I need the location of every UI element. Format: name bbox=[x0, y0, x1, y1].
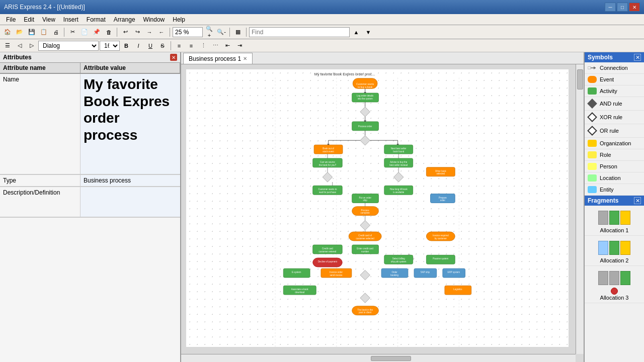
save-as-button[interactable]: 📋 bbox=[38, 27, 49, 38]
svg-text:book found: book found bbox=[393, 150, 405, 153]
symbol-person[interactable]: Person bbox=[585, 161, 644, 172]
fragments-close-button[interactable]: ✕ bbox=[634, 197, 641, 204]
find-input[interactable] bbox=[249, 27, 350, 37]
copy-button[interactable]: 📄 bbox=[79, 27, 90, 38]
open-button[interactable]: 📂 bbox=[14, 27, 25, 38]
svg-text:Credit card: Credit card bbox=[322, 247, 333, 250]
symbol-or-rule[interactable]: OR rule bbox=[585, 124, 644, 138]
svg-text:Select billing: Select billing bbox=[392, 257, 406, 260]
attributes-columns: Attribute name Attribute value bbox=[0, 63, 180, 74]
menu-window[interactable]: Window bbox=[139, 15, 169, 24]
symbol-activity[interactable]: Activity bbox=[585, 85, 644, 97]
event-icon bbox=[588, 76, 597, 83]
font-family-select[interactable]: Dialog bbox=[38, 41, 99, 51]
menu-format[interactable]: Format bbox=[83, 15, 110, 24]
cut-button[interactable]: ✂ bbox=[67, 27, 78, 38]
svg-text:Passive system: Passive system bbox=[433, 257, 448, 260]
attr-type-value[interactable]: Business process bbox=[80, 175, 180, 187]
attr-desc-value[interactable] bbox=[80, 187, 180, 217]
allocation3-label: Allocation 3 bbox=[588, 295, 641, 301]
list-style-button[interactable]: ☰ bbox=[2, 40, 13, 51]
symbol-role[interactable]: Role bbox=[585, 149, 644, 161]
toolbar-sep2 bbox=[117, 28, 117, 37]
symbol-entity[interactable]: Entity bbox=[585, 184, 644, 196]
symbol-organization[interactable]: Organization bbox=[585, 138, 644, 149]
delete-button[interactable]: 🗑 bbox=[103, 27, 114, 38]
attr-name-value[interactable]: My favorite Book Expres order process bbox=[80, 74, 180, 174]
redo-button[interactable]: ↪ bbox=[132, 27, 143, 38]
italic-button[interactable]: I bbox=[133, 40, 144, 51]
symbol-event[interactable]: Event bbox=[585, 74, 644, 85]
close-button[interactable]: ✕ bbox=[629, 3, 640, 12]
indent-button[interactable]: ⇥ bbox=[234, 40, 245, 51]
svg-text:stock event: stock event bbox=[323, 150, 334, 153]
indent-left-button[interactable]: ◁ bbox=[14, 40, 25, 51]
svg-text:SAP ship: SAP ship bbox=[421, 271, 430, 274]
svg-text:Prepare: Prepare bbox=[439, 197, 447, 199]
underline-button[interactable]: U bbox=[145, 40, 156, 51]
font-size-select[interactable]: 16 bbox=[100, 41, 120, 51]
attributes-close-button[interactable]: ✕ bbox=[170, 54, 177, 61]
menu-file[interactable]: File bbox=[2, 15, 20, 24]
maximize-button[interactable]: □ bbox=[617, 3, 628, 12]
find-down-button[interactable]: ▼ bbox=[363, 27, 374, 38]
tab-label: Business process 1 bbox=[189, 55, 241, 62]
bullet-list-button[interactable]: ⋮ bbox=[198, 40, 209, 51]
symbol-role-label: Role bbox=[600, 152, 611, 158]
minimize-button[interactable]: ─ bbox=[605, 3, 616, 12]
scroll-thumb-horizontal[interactable] bbox=[371, 356, 411, 361]
fragments-title: Fragments bbox=[588, 197, 618, 204]
svg-text:Can we source: Can we source bbox=[320, 161, 335, 163]
strikethrough-button[interactable]: S bbox=[157, 40, 168, 51]
vertical-scrollbar[interactable] bbox=[576, 64, 584, 354]
svg-text:post to client: post to client bbox=[359, 311, 372, 314]
activity-icon bbox=[588, 87, 597, 95]
connection-icon bbox=[588, 64, 597, 71]
allocation3-preview bbox=[597, 269, 632, 287]
symbol-connection[interactable]: Connection bbox=[585, 62, 644, 74]
svg-marker-107 bbox=[594, 66, 596, 69]
menu-view[interactable]: View bbox=[38, 15, 59, 24]
menu-insert[interactable]: Insert bbox=[59, 15, 83, 24]
svg-text:is available: is available bbox=[393, 191, 405, 194]
number-list-button[interactable]: ⋯ bbox=[210, 40, 221, 51]
symbol-xor-rule[interactable]: XOR rule bbox=[585, 111, 644, 124]
zoom-display: 25 % bbox=[173, 27, 203, 37]
svg-text:Book out of: Book out of bbox=[323, 147, 334, 150]
tab-business-process-1[interactable]: Business process 1 ✕ bbox=[183, 53, 253, 64]
menu-arrange[interactable]: Arrange bbox=[110, 15, 139, 24]
fragment-allocation2[interactable]: Allocation 2 bbox=[585, 236, 644, 266]
menu-edit[interactable]: Edit bbox=[20, 15, 38, 24]
paste-button[interactable]: 📌 bbox=[91, 27, 102, 38]
save-button[interactable]: 💾 bbox=[26, 27, 37, 38]
align-center-button[interactable]: ≡ bbox=[186, 40, 197, 51]
fragment-allocation1[interactable]: Allocation 1 bbox=[585, 206, 644, 236]
tab-close-button[interactable]: ✕ bbox=[243, 56, 247, 61]
svg-text:number: number bbox=[361, 250, 369, 253]
symbols-close-button[interactable]: ✕ bbox=[634, 54, 641, 61]
bold-button[interactable]: B bbox=[121, 40, 132, 51]
symbol-and-rule[interactable]: AND rule bbox=[585, 97, 644, 111]
undo-button[interactable]: ↩ bbox=[120, 27, 131, 38]
align-left-button[interactable]: ≡ bbox=[174, 40, 185, 51]
menu-help[interactable]: Help bbox=[169, 15, 189, 24]
organization-icon bbox=[588, 140, 597, 147]
horizontal-scrollbar[interactable] bbox=[181, 354, 576, 362]
outdent-button[interactable]: ⇤ bbox=[222, 40, 233, 51]
back-button[interactable]: ← bbox=[156, 27, 167, 38]
symbol-and-rule-label: AND rule bbox=[600, 101, 622, 107]
scroll-thumb-vertical[interactable] bbox=[577, 69, 583, 89]
entity-icon bbox=[588, 186, 597, 193]
zoom-in-button[interactable]: 🔍+ bbox=[204, 27, 215, 38]
new-button[interactable]: 🏠 bbox=[2, 27, 13, 38]
zoom-out-button[interactable]: 🔍- bbox=[216, 27, 227, 38]
symbol-location[interactable]: Location bbox=[585, 172, 644, 184]
print-button[interactable]: 🖨 bbox=[50, 27, 61, 38]
find-up-button[interactable]: ▲ bbox=[351, 27, 362, 38]
symbol-organization-label: Organization bbox=[600, 140, 631, 146]
indent-right-button[interactable]: ▷ bbox=[26, 40, 37, 51]
fragment-allocation3[interactable]: Allocation 3 bbox=[585, 266, 644, 303]
grid-button[interactable]: ▦ bbox=[232, 27, 244, 38]
diagram-canvas[interactable]: My favorite Book Expres order proc... Cu… bbox=[181, 64, 584, 362]
forward-button[interactable]: → bbox=[144, 27, 155, 38]
